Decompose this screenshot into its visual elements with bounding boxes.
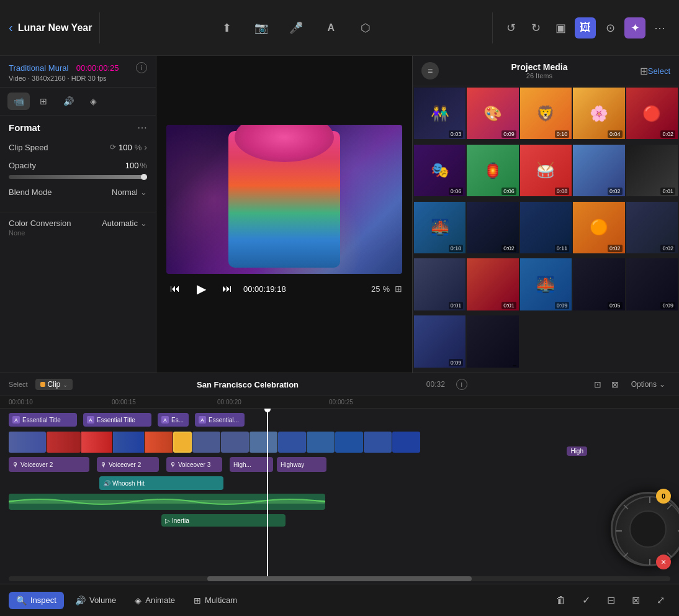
media-thumb-16[interactable]: 0:01 <box>414 258 465 310</box>
video-clip-6[interactable] <box>192 432 220 453</box>
media-thumb-17[interactable]: 0:01 <box>467 258 518 310</box>
media-thumb-4[interactable]: 🌸 0:04 <box>573 88 624 139</box>
export-button[interactable]: ⬆ <box>215 17 238 39</box>
next-frame-button[interactable]: ⏭ <box>218 280 236 297</box>
video-clip-10[interactable] <box>307 432 335 453</box>
opacity-slider[interactable] <box>9 175 147 179</box>
media-filter-button[interactable]: ≡ <box>421 62 439 79</box>
tab-crop[interactable]: ⊞ <box>32 93 55 110</box>
clip-speed-chevron[interactable]: › <box>144 142 147 152</box>
delete-button[interactable]: 🗑 <box>551 591 571 610</box>
multicam-button[interactable]: ⊞ Multicam <box>186 592 245 609</box>
voiceover-clip-3[interactable]: 🎙 Voiceover 3 <box>166 457 222 472</box>
media-thumb-3[interactable]: 🦁 0:10 <box>520 88 572 139</box>
blend-value-group[interactable]: Normal ⌄ <box>112 188 147 197</box>
browser-button[interactable]: ⊙ <box>600 17 621 38</box>
color-conv-none: None <box>9 229 147 237</box>
inspect-button[interactable]: 🔍 Inspect <box>9 592 64 609</box>
whoosh-clip[interactable]: 🔊 Whoosh Hit <box>99 476 223 490</box>
prev-frame-button[interactable]: ⏮ <box>166 280 184 297</box>
project-title: Lunar New Year <box>18 22 92 34</box>
sidebar-toggle-button[interactable]: ▣ <box>550 17 571 38</box>
media-thumb-12[interactable]: 0:02 <box>467 202 518 253</box>
video-clip-5[interactable] <box>145 432 173 453</box>
detach-button[interactable]: ⊠ <box>626 591 645 610</box>
media-thumb-11[interactable]: 🌉 0:10 <box>414 202 465 253</box>
media-thumb-19[interactable]: 0:05 <box>573 258 624 310</box>
mic-button[interactable]: 🎤 <box>285 17 307 39</box>
voiceover-clip-1[interactable]: 🎙 Voiceover 2 <box>9 457 89 472</box>
format-more-button[interactable]: ⋯ <box>137 122 147 134</box>
wheel-cancel-button[interactable]: × <box>656 555 671 569</box>
title-clip-4[interactable]: A Essential... <box>195 413 245 427</box>
playback-controls: ⏮ ▶ ⏭ 00:00:19:18 25 % ⊞ <box>156 274 412 304</box>
clip-info-icon[interactable]: i <box>136 62 147 73</box>
undo-button[interactable]: ↺ <box>500 17 521 38</box>
title-clip-2[interactable]: A Essential Title <box>83 413 151 427</box>
video-clip-2[interactable] <box>47 432 81 453</box>
confirm-button[interactable]: ✓ <box>576 591 596 610</box>
grid-view-button[interactable]: ⊞ <box>640 65 648 77</box>
media-thumb-18[interactable]: 🌉 0:09 <box>520 258 572 310</box>
media-thumb-7[interactable]: 🏮 0:06 <box>467 145 518 196</box>
media-thumb-6[interactable]: 🎭 0:06 <box>414 145 465 196</box>
zoom-icon-button[interactable]: ⊞ <box>395 284 402 294</box>
title-clip-2-icon: A <box>87 416 94 424</box>
video-clip-12[interactable] <box>364 432 392 453</box>
video-clip-11[interactable] <box>335 432 363 453</box>
media-thumb-9[interactable]: 0:02 <box>573 145 624 196</box>
media-thumb-21[interactable]: 0:09 <box>414 315 465 367</box>
timeline-view-button[interactable]: ⊡ <box>591 377 604 392</box>
timeline-scrollbar[interactable] <box>9 576 670 581</box>
magic2-button[interactable]: ✦ <box>624 17 645 38</box>
more-button[interactable]: ⋯ <box>649 17 670 38</box>
timeline-info-icon[interactable]: i <box>456 379 467 390</box>
video-clip-13[interactable] <box>392 432 420 453</box>
play-button[interactable]: ▶ <box>191 279 211 299</box>
timeline-snap-button[interactable]: ⊠ <box>609 377 621 392</box>
animate-icon: ◈ <box>135 596 142 605</box>
media-thumb-2[interactable]: 🎨 0:09 <box>467 88 518 139</box>
media-thumb-8[interactable]: 🥁 0:08 <box>520 145 572 196</box>
media-thumb-20[interactable]: 0:09 <box>626 258 678 310</box>
tab-video[interactable]: 📹 <box>7 93 30 110</box>
media-thumb-1[interactable]: 👫 0:03 <box>414 88 465 139</box>
video-clip-8[interactable] <box>250 432 277 453</box>
timeline-options-button[interactable]: Options ⌄ <box>626 378 670 391</box>
media-thumb-13[interactable]: 0:11 <box>520 202 572 253</box>
clip-badge-label: Clip <box>48 380 61 389</box>
media-thumb-15[interactable]: 0:02 <box>626 202 678 253</box>
clip-info: Traditional Mural 00:00:00:25 Video · 38… <box>0 56 156 88</box>
volume-button[interactable]: 🔊 Volume <box>68 592 124 609</box>
wheel-overlay[interactable]: 0 × <box>611 492 679 566</box>
redo-button[interactable]: ↻ <box>525 17 546 38</box>
split-button[interactable]: ⊟ <box>601 591 621 610</box>
highway-clip-2[interactable]: Highway <box>277 457 326 472</box>
tab-audio[interactable]: 🔊 <box>57 93 79 110</box>
video-clip-3[interactable] <box>81 432 112 453</box>
title-clip-3[interactable]: A Es... <box>158 413 189 427</box>
color-conv-value-group[interactable]: Automatic ⌄ <box>102 219 147 228</box>
media-thumb-5[interactable]: 🔴 0:02 <box>626 88 678 139</box>
title-clip-1[interactable]: A Essential Title <box>9 413 77 427</box>
voiceover-clip-2[interactable]: 🎙 Voiceover 2 <box>97 457 159 472</box>
animate-button[interactable]: ◈ Animate <box>127 592 182 609</box>
back-button[interactable]: ‹ <box>9 20 13 35</box>
media-thumb-10[interactable]: 0:01 <box>626 145 678 196</box>
share-button[interactable]: ⬡ <box>354 17 377 39</box>
media-thumb-14[interactable]: 🟠 0:02 <box>573 202 624 253</box>
camera-button[interactable]: 📷 <box>250 17 272 39</box>
photos-button[interactable]: 🖼 <box>575 17 596 38</box>
magic-button[interactable]: A <box>320 17 342 39</box>
video-clip-7[interactable] <box>221 432 249 453</box>
fullscreen-button[interactable]: ⤢ <box>650 591 670 610</box>
video-clip-selected[interactable] <box>173 432 192 453</box>
video-clip-9[interactable] <box>278 432 306 453</box>
video-clip-1[interactable] <box>9 432 46 453</box>
music-track-row <box>0 493 679 510</box>
media-thumb-22[interactable] <box>467 315 518 367</box>
music-clip[interactable] <box>9 494 325 510</box>
select-button[interactable]: Select <box>648 66 670 76</box>
video-clip-4[interactable] <box>113 432 144 453</box>
tab-effects[interactable]: ◈ <box>82 93 104 110</box>
